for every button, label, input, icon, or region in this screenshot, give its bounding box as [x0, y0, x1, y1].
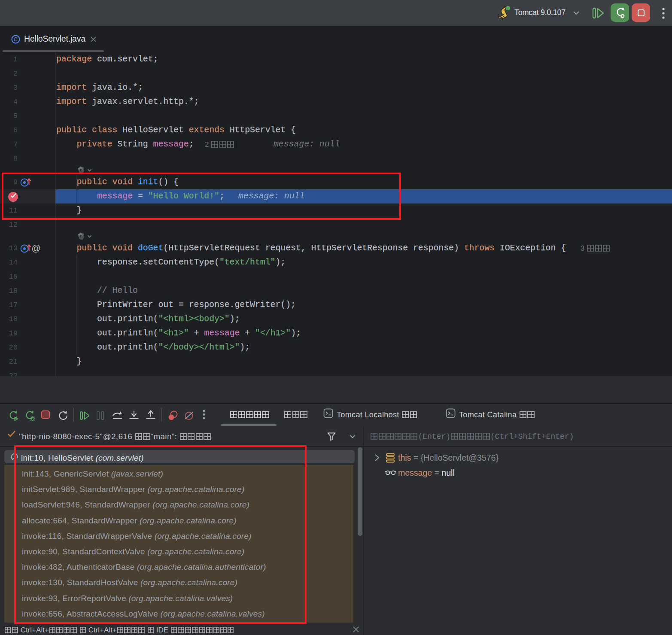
- svg-text:C: C: [14, 36, 18, 43]
